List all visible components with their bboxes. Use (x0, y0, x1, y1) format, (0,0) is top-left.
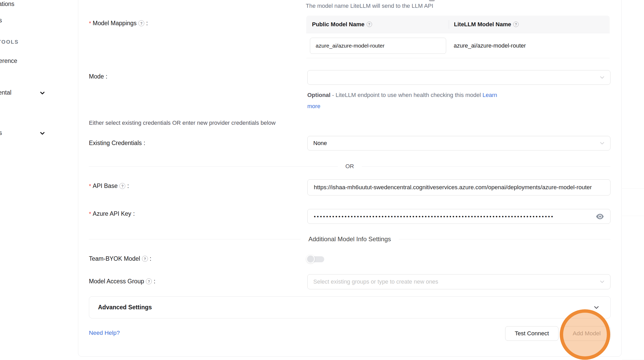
background-artifact-line (622, 188, 644, 189)
label-text: Existing Credentials (89, 140, 142, 147)
label-text: API Base (93, 182, 118, 189)
need-help-link[interactable]: Need Help? (89, 330, 120, 336)
mode-helper-text: Optional - LiteLLM endpoint to use when … (307, 89, 541, 112)
chevron-down-icon (39, 90, 46, 96)
litellm-model-name-value: azure_ai/azure-model-router (454, 33, 526, 58)
button-label: Test Connect (515, 330, 549, 337)
chevron-down-icon (599, 278, 606, 285)
helper-bold: Optional (307, 92, 330, 98)
column-header-public-model-name: Public Model Name ? (306, 21, 449, 28)
label-colon: : (127, 182, 129, 189)
label-text: Mode (89, 73, 104, 80)
background-artifact-line (622, 359, 644, 359)
api-base-input[interactable]: https://ishaa-mh6uutut-swedencentral.cog… (307, 179, 610, 195)
sidebar-item-label: s (0, 17, 2, 24)
advanced-settings-panel[interactable]: Advanced Settings (89, 296, 611, 318)
divider-text: Additional Model Info Settings (308, 235, 391, 243)
team-byok-label: Team-BYOK Model ? : (89, 255, 151, 262)
credentials-note: Either select existing credentials OR en… (89, 120, 276, 126)
toggle-knob (306, 255, 315, 263)
eye-icon (596, 213, 604, 220)
azure-api-key-input[interactable]: ••••••••••••••••••••••••••••••••••••••••… (307, 209, 610, 224)
existing-credentials-label: Existing Credentials : (89, 140, 145, 147)
required-marker: * (89, 211, 91, 217)
public-model-name-input[interactable]: azure_ai/azure-model-router (310, 38, 446, 54)
column-header-litellm-model-name: LiteLLM Model Name ? (449, 21, 519, 28)
test-connect-button[interactable]: Test Connect (505, 326, 558, 341)
learn-more-link[interactable]: more (307, 103, 320, 109)
cell-text: azure_ai/azure-model-router (454, 42, 526, 49)
or-divider: OR (89, 162, 610, 171)
label-text: Azure API Key (93, 210, 131, 217)
model-mappings-table: Public Model Name ? LiteLLM Model Name ?… (306, 16, 610, 58)
model-mappings-label: * Model Mappings ? : (89, 20, 148, 27)
select-value: None (313, 140, 327, 147)
additional-info-divider: Additional Model Info Settings (89, 234, 610, 244)
label-colon: : (150, 255, 151, 262)
sidebar-item-label: ations (0, 1, 14, 7)
label-text: Model Mappings (93, 20, 137, 27)
help-circle-icon[interactable]: ? (142, 256, 148, 262)
button-label: Add Model (573, 330, 601, 337)
required-marker: * (89, 183, 91, 189)
mode-select[interactable] (307, 70, 610, 85)
chevron-down-icon (39, 130, 46, 137)
advanced-settings-label: Advanced Settings (98, 304, 152, 311)
sidebar-item-label: erence (0, 57, 17, 64)
input-value: https://ishaa-mh6uutut-swedencentral.cog… (314, 184, 592, 191)
help-circle-icon[interactable]: ? (119, 183, 125, 189)
existing-credentials-select[interactable]: None (307, 136, 610, 150)
label-colon: : (154, 278, 155, 285)
required-marker: * (89, 20, 91, 27)
show-password-button[interactable] (596, 213, 604, 220)
table-row: azure_ai/azure-model-router azure_ai/azu… (306, 33, 610, 58)
model-access-group-label: Model Access Group ? : (89, 278, 155, 285)
sidebar-item-label: ental (0, 89, 11, 96)
sidebar-section-tools: TOOLS (0, 39, 19, 45)
label-colon: : (106, 73, 107, 80)
chevron-down-icon (599, 140, 606, 147)
sidebar: ations s TOOLS erence ental s (0, 0, 78, 360)
label-colon: : (146, 20, 148, 27)
sidebar-item-s1[interactable]: s (0, 17, 2, 24)
table-header-row: Public Model Name ? LiteLLM Model Name ? (306, 16, 610, 33)
help-circle-icon[interactable]: ? (146, 278, 152, 284)
help-circle-icon[interactable]: ? (138, 20, 144, 26)
column-header-label: LiteLLM Model Name (454, 21, 511, 28)
sidebar-item-label: s (0, 129, 2, 136)
mode-label: Mode : (89, 73, 107, 80)
sidebar-item-s2[interactable]: s (0, 129, 2, 136)
add-model-button[interactable]: Add Model (563, 326, 610, 341)
divider-text: OR (346, 163, 354, 170)
label-colon: : (133, 210, 135, 217)
help-circle-icon[interactable]: ? (513, 22, 519, 27)
model-access-group-select[interactable]: Select existing groups or type to create… (307, 274, 610, 289)
chevron-down-icon (593, 304, 600, 311)
input-value: azure_ai/azure-model-router (316, 43, 385, 49)
sidebar-item-erence[interactable]: erence (0, 57, 17, 64)
sidebar-item-ental[interactable]: ental (0, 89, 11, 96)
chevron-down-icon (599, 74, 606, 81)
azure-api-key-label: * Azure API Key : (89, 210, 135, 217)
label-text: Team-BYOK Model (89, 255, 140, 262)
sidebar-item-ations[interactable]: ations (0, 1, 14, 8)
column-header-label: Public Model Name (312, 21, 365, 28)
helper-body: - LiteLLM endpoint to use when health ch… (330, 92, 483, 98)
learn-more-link[interactable]: Learn (483, 92, 497, 98)
help-circle-icon[interactable]: ? (367, 22, 372, 27)
background-artifact-line (622, 216, 644, 216)
api-base-label: * API Base ? : (89, 182, 129, 189)
masked-password-value: ••••••••••••••••••••••••••••••••••••••••… (314, 213, 584, 220)
select-placeholder: Select existing groups or type to create… (313, 278, 438, 285)
label-text: Model Access Group (89, 278, 144, 285)
cropped-element-artifact (429, 0, 435, 1)
model-name-helper-text: The model name LiteLLM will send to the … (306, 3, 433, 9)
sidebar-section-label: TOOLS (0, 39, 19, 45)
column-divider (449, 20, 449, 29)
add-model-page: ations s TOOLS erence ental s The model … (0, 0, 644, 360)
label-colon: : (144, 140, 145, 147)
team-byok-toggle[interactable] (306, 255, 324, 264)
